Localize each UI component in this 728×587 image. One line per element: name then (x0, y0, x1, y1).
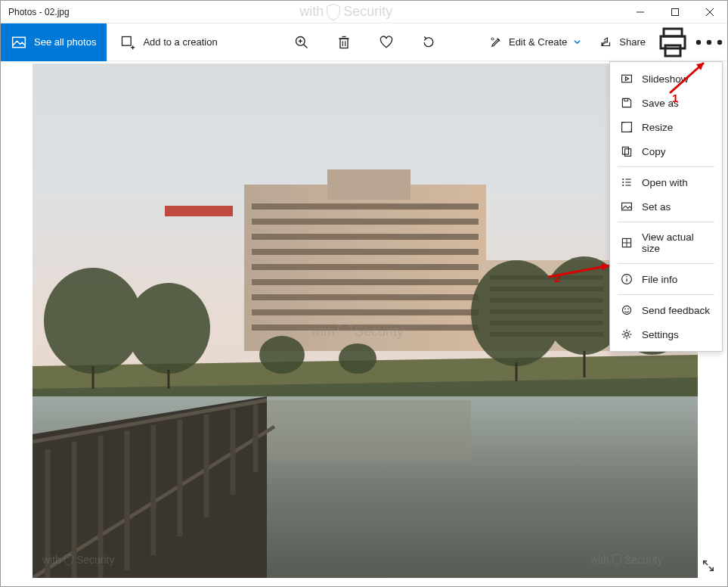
svg-point-49 (127, 283, 210, 374)
watermark-top: with Security (299, 3, 392, 21)
menu-slideshow[interactable]: Slideshow (610, 67, 722, 91)
print-button[interactable] (655, 23, 691, 61)
menu-resize[interactable]: Resize (610, 115, 722, 139)
menu-save-as-label: Save as (642, 98, 679, 109)
maximize-button[interactable] (658, 1, 692, 23)
svg-rect-73 (624, 98, 628, 101)
svg-rect-74 (622, 123, 632, 132)
edit-create-label: Edit & Create (509, 36, 567, 48)
info-icon (621, 273, 633, 285)
svg-line-100 (629, 331, 630, 333)
svg-rect-5 (122, 36, 132, 45)
svg-rect-71 (622, 75, 632, 82)
svg-rect-76 (625, 149, 631, 157)
menu-file-info-label: File info (642, 274, 677, 285)
menu-separator (618, 294, 714, 295)
slideshow-icon (621, 73, 633, 85)
window-controls (623, 1, 727, 23)
watermark-suffix: Security (343, 4, 392, 20)
more-button[interactable] (691, 23, 727, 61)
svg-rect-30 (252, 234, 479, 240)
svg-point-89 (626, 276, 627, 278)
menu-send-feedback[interactable]: Send feedback (610, 298, 722, 322)
content-area: with Security with Security with Securit… (1, 61, 727, 586)
svg-point-79 (622, 185, 624, 186)
svg-rect-43 (165, 206, 233, 216)
close-button[interactable] (692, 1, 727, 23)
menu-copy-label: Copy (642, 146, 666, 157)
minimize-button[interactable] (623, 1, 658, 23)
save-icon (621, 97, 633, 109)
svg-rect-28 (252, 203, 479, 210)
svg-rect-34 (252, 294, 479, 300)
menu-separator (618, 166, 714, 167)
menu-settings[interactable]: Settings (610, 322, 722, 346)
menu-set-as[interactable]: Set as (610, 194, 722, 219)
rotate-icon (421, 35, 436, 50)
svg-rect-36 (252, 325, 479, 331)
add-to-creation-button[interactable]: Add to a creation (107, 23, 231, 61)
svg-rect-12 (340, 39, 348, 48)
svg-point-90 (622, 306, 630, 314)
svg-point-77 (622, 179, 624, 180)
gallery-icon (11, 35, 26, 50)
svg-line-106 (704, 561, 708, 565)
zoom-icon (294, 35, 309, 50)
svg-point-54 (339, 343, 376, 374)
menu-slideshow-label: Slideshow (642, 73, 689, 85)
edit-create-button[interactable]: Edit & Create (480, 23, 590, 61)
svg-line-9 (303, 44, 307, 48)
menu-copy[interactable]: Copy (610, 139, 722, 163)
menu-send-feedback-label: Send feedback (642, 305, 710, 316)
menu-settings-label: Settings (642, 329, 679, 340)
svg-marker-72 (625, 77, 628, 81)
toolbar: See all photos Add to a creation Edit & … (1, 23, 727, 61)
gear-icon (621, 328, 633, 340)
fullscreen-icon (702, 559, 715, 573)
rotate-button[interactable] (407, 23, 450, 61)
share-button[interactable]: Share (590, 23, 655, 61)
svg-rect-29 (252, 219, 479, 225)
svg-point-91 (624, 309, 626, 310)
more-icon (691, 24, 727, 61)
title-spacer: with Security (70, 3, 623, 21)
svg-point-48 (44, 268, 142, 374)
open-with-icon (621, 176, 633, 188)
svg-point-93 (625, 333, 629, 337)
svg-point-78 (622, 182, 624, 183)
more-dropdown: Slideshow Save as Resize Copy Open with … (609, 61, 723, 352)
set-as-icon (621, 200, 633, 213)
photo-viewer[interactable] (33, 64, 698, 578)
svg-rect-33 (252, 279, 479, 285)
svg-point-21 (696, 39, 701, 44)
svg-point-92 (627, 309, 629, 310)
shield-icon (326, 3, 341, 21)
favorite-button[interactable] (365, 23, 407, 61)
menu-view-actual-size[interactable]: View actual size (610, 225, 722, 260)
zoom-button[interactable] (280, 23, 323, 61)
svg-rect-31 (252, 249, 479, 255)
delete-button[interactable] (323, 23, 365, 61)
menu-resize-label: Resize (642, 122, 673, 133)
svg-line-101 (624, 337, 625, 338)
share-icon (599, 36, 613, 49)
menu-set-as-label: Set as (642, 201, 671, 213)
menu-save-as[interactable]: Save as (610, 91, 722, 115)
menu-open-with[interactable]: Open with (610, 170, 722, 194)
svg-rect-32 (252, 264, 479, 270)
window-title: Photos - 02.jpg (1, 7, 70, 17)
see-all-photos-button[interactable]: See all photos (1, 23, 107, 61)
svg-point-22 (707, 39, 711, 44)
resize-icon (621, 121, 633, 133)
svg-rect-26 (327, 169, 410, 200)
watermark-prefix: with (299, 4, 324, 20)
menu-separator (618, 222, 714, 222)
heart-icon (379, 35, 394, 50)
svg-line-99 (629, 337, 630, 338)
svg-point-17 (491, 38, 494, 40)
print-icon (655, 24, 691, 61)
add-creation-label: Add to a creation (143, 36, 217, 48)
svg-point-23 (717, 39, 722, 44)
fullscreen-button[interactable] (702, 559, 715, 576)
menu-file-info[interactable]: File info (610, 267, 722, 291)
